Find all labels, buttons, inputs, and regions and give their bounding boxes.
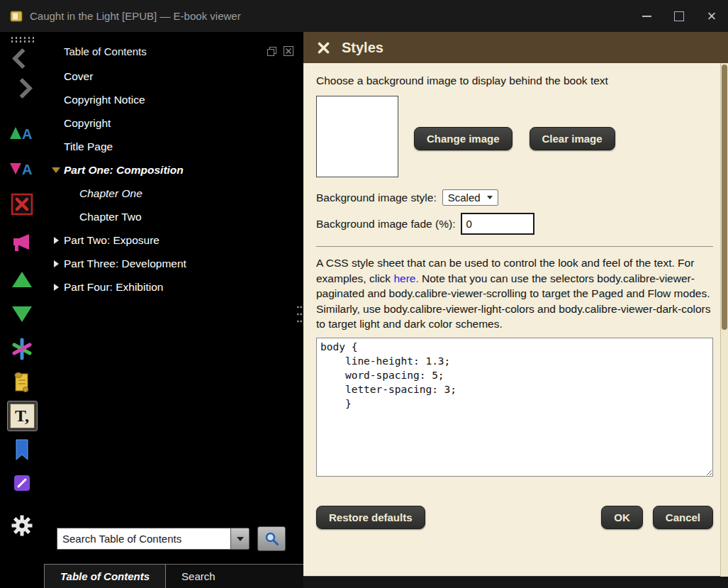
toc-item-copyright-notice[interactable]: Copyright Notice [44, 88, 303, 111]
close-panel-button[interactable] [284, 46, 293, 56]
toc-item-label: Part One: Composition [64, 164, 184, 177]
styles-button-active[interactable]: T, [0, 401, 44, 431]
background-style-select[interactable]: Scaled [442, 189, 498, 206]
background-image-preview [316, 96, 398, 177]
toc-search-button[interactable] [257, 526, 286, 551]
scroll-up-button[interactable] [0, 272, 44, 287]
bookmarks-button[interactable] [0, 438, 44, 461]
toc-item-chapter-two[interactable]: Chapter Two [44, 205, 303, 228]
change-image-button[interactable]: Change image [414, 127, 513, 150]
close-icon: × [707, 9, 717, 24]
read-aloud-button[interactable] [0, 233, 44, 253]
css-examples-link[interactable]: here. [393, 272, 418, 284]
forward-button[interactable] [0, 81, 44, 96]
toc-item-label: Copyright Notice [64, 94, 145, 106]
toc-item-label: Title Page [64, 140, 113, 153]
background-style-row: Background image style: Scaled [316, 189, 713, 206]
float-icon [267, 47, 276, 56]
close-book-button[interactable] [0, 193, 44, 216]
maximize-button[interactable] [663, 0, 695, 32]
css-help-text: A CSS style sheet that can be used to co… [316, 255, 713, 332]
toc-panel: Table of Contents Cover Copyright Notice… [44, 32, 303, 588]
collapse-arrow-icon[interactable] [54, 260, 59, 267]
toc-panel-title: Table of Contents [64, 45, 147, 57]
font-smaller-icon: A [9, 160, 35, 178]
ebook-viewer-window: Caught in the Light [EPUB] — E-book view… [0, 0, 728, 588]
toc-item-label: Cover [64, 70, 93, 83]
background-instruction-text: Choose a background image to display beh… [316, 74, 713, 87]
styles-panel-body: Choose a background image to display beh… [303, 63, 728, 576]
purple-annotate-icon [12, 472, 32, 494]
window-controls: × [630, 0, 728, 32]
megaphone-icon [10, 233, 34, 253]
minimize-button[interactable] [630, 0, 663, 32]
toc-item-part-two[interactable]: Part Two: Exposure [44, 228, 303, 252]
toc-item-label: Part Three: Development [64, 257, 186, 270]
search-history-dropdown-button[interactable] [230, 528, 250, 550]
background-style-value: Scaled [448, 192, 481, 204]
viewer-toolbar: A A [0, 32, 44, 588]
selected-tool-frame: T, [7, 401, 38, 431]
background-fade-label: Background image fade (%): [316, 218, 455, 231]
restore-defaults-button[interactable]: Restore defaults [316, 506, 425, 529]
collapse-arrow-icon[interactable] [54, 237, 59, 244]
bookmark-icon [13, 438, 30, 461]
tab-search[interactable]: Search [166, 565, 231, 588]
toolbar-drag-handle[interactable] [0, 36, 44, 43]
scroll-down-button[interactable] [0, 306, 44, 322]
cancel-button[interactable]: Cancel [653, 506, 713, 529]
gear-icon [11, 514, 33, 537]
color-asterisk-icon [11, 338, 33, 360]
clear-image-button[interactable]: Clear image [530, 127, 615, 150]
reference-mode-button[interactable] [0, 338, 44, 360]
close-boxed-icon [284, 46, 293, 56]
svg-text:A: A [22, 162, 32, 177]
chevron-left-icon [11, 48, 33, 70]
left-panel-tabbar: Table of Contents Search [44, 564, 303, 588]
titlebar: Caught in the Light [EPUB] — E-book view… [0, 0, 728, 32]
collapse-arrow-icon[interactable] [54, 284, 59, 291]
background-preview-row: Change image Clear image [316, 96, 713, 177]
toc-item-copyright[interactable]: Copyright [44, 111, 303, 135]
toc-item-title-page[interactable]: Title Page [44, 135, 303, 158]
back-button[interactable] [0, 51, 44, 66]
close-x-icon [318, 42, 330, 54]
toc-item-cover[interactable]: Cover [44, 65, 303, 88]
grip-dots-icon [10, 36, 34, 43]
toc-item-label: Chapter One [79, 187, 142, 200]
svg-text:A: A [22, 126, 32, 142]
toc-item-part-four[interactable]: Part Four: Exhibition [44, 275, 303, 299]
preferences-button[interactable] [0, 514, 44, 537]
scrollbar-thumb[interactable] [722, 65, 727, 330]
tab-table-of-contents[interactable]: Table of Contents [44, 564, 166, 588]
styles-panel-header: Styles [303, 32, 728, 63]
toc-item-part-one[interactable]: Part One: Composition [44, 158, 303, 182]
increase-font-size-button[interactable]: A [0, 124, 44, 143]
background-style-label: Background image style: [316, 192, 437, 204]
close-styles-button[interactable] [318, 42, 330, 54]
panel-splitter-handle[interactable] [296, 304, 303, 327]
triangle-down-icon [12, 306, 32, 322]
main-area: A A [0, 32, 728, 588]
ok-button[interactable]: OK [601, 506, 643, 529]
toc-item-label: Part Two: Exposure [64, 234, 159, 247]
decrease-font-size-button[interactable]: A [0, 160, 44, 178]
styles-panel-scrollbar[interactable] [720, 63, 728, 577]
styles-panel: Styles Choose a background image to disp… [303, 32, 728, 588]
minimize-icon [642, 16, 651, 17]
toc-search-input[interactable] [57, 528, 231, 550]
highlights-button[interactable] [0, 472, 44, 494]
close-button[interactable]: × [695, 0, 728, 32]
toc-item-chapter-one[interactable]: Chapter One [44, 182, 303, 205]
window-title: Caught in the Light [EPUB] — E-book view… [30, 10, 630, 22]
expand-arrow-icon[interactable] [52, 167, 60, 173]
triangle-up-icon [12, 272, 32, 287]
metadata-button[interactable] [0, 371, 44, 394]
background-fade-input[interactable] [461, 213, 534, 235]
float-panel-button[interactable] [267, 47, 276, 56]
toc-item-label: Part Four: Exhibition [64, 281, 163, 294]
maximize-icon [674, 11, 684, 21]
scroll-icon [12, 371, 32, 394]
toc-item-part-three[interactable]: Part Three: Development [44, 252, 303, 275]
css-stylesheet-editor[interactable]: body { line-height: 1.3; word-spacing: 5… [316, 338, 713, 477]
